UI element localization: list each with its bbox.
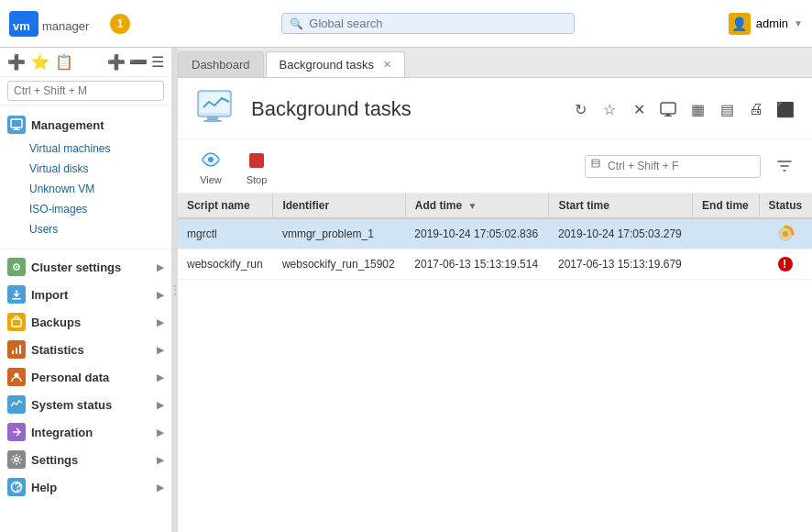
svg-rect-23 — [664, 116, 672, 116]
page-header-actions: ↻ ☆ ✕ ▦ ▤ 🖨 ⬛ — [568, 97, 797, 121]
tabs-bar: Dashboard Background tasks ✕ — [178, 48, 812, 78]
sidebar-item-virtual-machines[interactable]: Virtual machines — [0, 139, 171, 159]
svg-rect-21 — [661, 103, 675, 114]
cell-status — [759, 218, 812, 249]
sidebar-item-users[interactable]: Users — [0, 219, 171, 239]
stop-icon — [244, 147, 269, 172]
sidebar-search-input[interactable] — [7, 81, 164, 101]
cell-end-time — [693, 249, 760, 280]
sidebar-add-icon[interactable]: ➕ — [7, 53, 26, 71]
table-row[interactable]: websockify_run websockify_run_15902 2017… — [178, 249, 812, 280]
stop-button[interactable]: Stop — [238, 145, 275, 187]
sidebar-group-system-status[interactable]: System status ▶ — [0, 391, 171, 418]
toolbar: View Stop — [178, 139, 812, 194]
sidebar-group-settings[interactable]: Settings ▶ — [0, 446, 171, 473]
tasks-table: Script name Identifier Add time ▼ Start … — [178, 194, 812, 280]
col-start-time[interactable]: Start time — [549, 194, 693, 218]
sidebar-toolbar: ➕ ⭐ 📋 ➕ ➖ ☰ — [0, 48, 171, 77]
sidebar-star-icon[interactable]: ⭐ — [31, 53, 49, 71]
sidebar-group-statistics[interactable]: Statistics ▶ — [0, 336, 171, 363]
svg-rect-8 — [12, 298, 21, 300]
settings-arrow: ▶ — [157, 455, 164, 465]
sidebar-group-help[interactable]: ? Help ▶ — [0, 473, 171, 501]
cell-end-time — [693, 218, 760, 249]
data-table: Script name Identifier Add time ▼ Start … — [178, 194, 812, 532]
sidebar-expand-icon[interactable]: ➕ — [107, 53, 126, 71]
sidebar-group-cluster-settings[interactable]: Cluster settings ▶ — [0, 253, 171, 281]
pin-button[interactable]: ✕ — [627, 97, 651, 121]
view-button[interactable]: View — [192, 145, 229, 187]
cluster-settings-icon — [7, 258, 26, 276]
col-script-name[interactable]: Script name — [178, 194, 273, 218]
monitor-button[interactable] — [656, 97, 680, 121]
svg-rect-5 — [13, 129, 20, 130]
user-dropdown-arrow[interactable]: ▼ — [794, 18, 803, 28]
main-layout: ➕ ⭐ 📋 ➕ ➖ ☰ Management Virtual machines … — [0, 48, 812, 532]
page-content: Background tasks ↻ ☆ ✕ ▦ ▤ 🖨 ⬛ — [178, 78, 812, 532]
alert-badge[interactable]: 1 — [110, 14, 130, 34]
refresh-button[interactable]: ↻ — [568, 97, 592, 121]
add-time-sort-icon: ▼ — [468, 201, 477, 211]
sidebar-item-iso-images[interactable]: ISO-images — [0, 199, 171, 219]
layout2-button[interactable]: ▤ — [715, 97, 739, 121]
cell-add-time: 2017-06-13 15:13:19.514 — [405, 249, 549, 280]
cell-identifier: websockify_run_15902 — [273, 249, 405, 280]
toolbar-search-input[interactable] — [608, 160, 754, 172]
settings-label: Settings — [31, 453, 78, 467]
sidebar-collapse-icon[interactable]: ➖ — [129, 53, 148, 71]
svg-rect-11 — [16, 348, 17, 354]
import-arrow: ▶ — [157, 290, 164, 300]
tab-background-tasks-close[interactable]: ✕ — [383, 59, 391, 71]
table-row[interactable]: mgrctl vmmgr_problem_1 2019-10-24 17:05:… — [178, 218, 812, 249]
export-button[interactable]: ⬛ — [774, 97, 797, 121]
sidebar-copy-icon[interactable]: 📋 — [55, 53, 73, 71]
statistics-label: Statistics — [31, 343, 84, 357]
integration-icon — [7, 423, 26, 441]
cell-identifier: vmmgr_problem_1 — [273, 218, 405, 249]
search-icon: 🔍 — [290, 17, 303, 30]
toolbar-search-icon — [591, 159, 604, 174]
sidebar-menu-icon[interactable]: ☰ — [151, 53, 164, 71]
sidebar-group-backups[interactable]: Backups ▶ — [0, 308, 171, 336]
statistics-arrow: ▶ — [157, 345, 164, 355]
statistics-icon — [7, 340, 26, 359]
filter-button[interactable] — [772, 153, 797, 179]
sidebar-management-section: Management Virtual machines Virtual disk… — [0, 105, 171, 245]
cell-script-name: mgrctl — [178, 218, 273, 249]
topbar: vm manager 1 🔍 👤 admin ▼ — [0, 0, 812, 48]
system-status-arrow: ▶ — [157, 400, 164, 410]
svg-rect-4 — [15, 127, 18, 129]
layout1-button[interactable]: ▦ — [686, 97, 709, 121]
sidebar-group-management[interactable]: Management — [0, 111, 171, 139]
view-label: View — [200, 174, 222, 185]
svg-point-30 — [783, 231, 788, 237]
sidebar-group-personal-data[interactable]: Personal data ▶ — [0, 363, 171, 391]
sidebar-item-virtual-disks[interactable]: Virtual disks — [0, 159, 171, 179]
integration-label: Integration — [31, 426, 93, 439]
col-add-time[interactable]: Add time ▼ — [405, 194, 549, 218]
col-end-time[interactable]: End time — [693, 194, 760, 218]
favorite-button[interactable]: ☆ — [598, 97, 621, 121]
tab-dashboard[interactable]: Dashboard — [178, 51, 264, 77]
svg-rect-18 — [200, 93, 229, 113]
sidebar-item-unknown-vm[interactable]: Unknown VM — [0, 179, 171, 199]
table-header-row: Script name Identifier Add time ▼ Start … — [178, 194, 812, 218]
col-identifier[interactable]: Identifier — [273, 194, 405, 218]
tab-background-tasks[interactable]: Background tasks ✕ — [266, 51, 405, 77]
personal-data-icon — [7, 368, 26, 386]
sidebar-group-import[interactable]: Import ▶ — [0, 281, 171, 308]
svg-text:?: ? — [15, 481, 22, 493]
management-icon — [7, 116, 26, 134]
global-search-bar: 🔍 — [281, 13, 575, 34]
global-search-input[interactable] — [309, 17, 566, 30]
cell-start-time: 2019-10-24 17:05:03.279 — [549, 218, 693, 249]
sidebar-group-integration[interactable]: Integration ▶ — [0, 418, 171, 446]
cell-add-time: 2019-10-24 17:05:02.836 — [405, 218, 549, 249]
print-button[interactable]: 🖨 — [744, 97, 768, 121]
cluster-settings-arrow: ▶ — [157, 262, 164, 272]
settings-icon — [7, 450, 26, 469]
svg-point-24 — [208, 157, 214, 162]
svg-rect-10 — [12, 350, 14, 354]
col-status[interactable]: Status — [759, 194, 812, 218]
backups-arrow: ▶ — [157, 317, 164, 327]
